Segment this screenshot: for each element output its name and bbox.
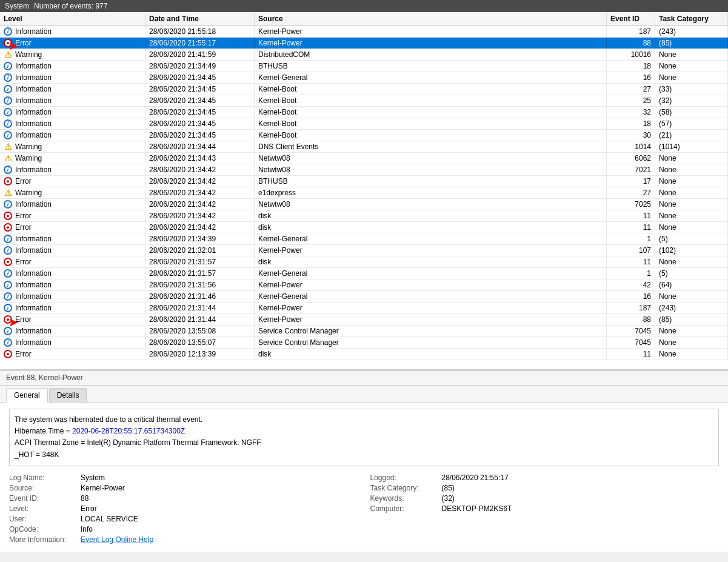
label-source: Source: xyxy=(9,484,76,492)
desc-line1: The system was hibernated due to a criti… xyxy=(15,414,713,426)
event-datetime-cell: 28/06/2020 21:55:18 xyxy=(145,26,255,37)
event-level-cell: iInformation xyxy=(0,130,145,141)
event-source-cell: Kernel-Boot xyxy=(255,107,607,118)
table-row[interactable]: iInformation28/06/2020 21:34:45Kernel-Bo… xyxy=(0,107,728,118)
table-row[interactable]: iInformation28/06/2020 21:34:45Kernel-Bo… xyxy=(0,118,728,130)
event-source-cell: e1dexpress xyxy=(255,187,607,198)
value-user: LOCAL SERVICE xyxy=(81,515,138,523)
event-count: Number of events: 977 xyxy=(34,2,107,10)
level-text: Information xyxy=(15,338,52,347)
table-row[interactable]: iInformation28/06/2020 21:31:56Kernel-Po… xyxy=(0,279,728,291)
label-opcode: OpCode: xyxy=(9,525,76,534)
value-opcode: Info xyxy=(81,525,93,534)
event-level-cell: iInformation xyxy=(0,303,145,313)
event-level-cell: iInformation xyxy=(0,164,145,175)
table-row[interactable]: iInformation28/06/2020 21:34:49BTHUSB18N… xyxy=(0,61,728,72)
table-row[interactable]: iInformation28/06/2020 21:34:39Kernel-Ge… xyxy=(0,233,728,245)
event-datetime-cell: 28/06/2020 21:34:45 xyxy=(145,84,255,95)
table-row[interactable]: iInformation28/06/2020 21:31:44Kernel-Po… xyxy=(0,303,728,314)
table-row[interactable]: ⚠Warning28/06/2020 21:34:44DNS Client Ev… xyxy=(0,141,728,153)
event-level-cell: iInformation xyxy=(0,279,145,290)
event-id-cell: 17 xyxy=(607,176,655,187)
level-text: Information xyxy=(15,269,52,278)
table-row[interactable]: iInformation28/06/2020 21:34:42Netwtw087… xyxy=(0,199,728,210)
event-taskcategory-cell: None xyxy=(655,222,728,233)
event-source-cell: Kernel-Power xyxy=(255,314,607,325)
table-row[interactable]: ●Error28/06/2020 21:31:44Kernel-Power88(… xyxy=(0,314,728,326)
table-row[interactable]: ●Error28/06/2020 21:34:42disk11None xyxy=(0,210,728,222)
event-id-cell: 10016 xyxy=(607,49,655,60)
event-level-cell: iInformation xyxy=(0,199,145,210)
event-list-container[interactable]: Level Date and Time Source Event ID Task… xyxy=(0,12,728,370)
table-row[interactable]: ●Error28/06/2020 21:55:17Kernel-Power88(… xyxy=(0,38,728,49)
event-taskcategory-cell: None xyxy=(655,153,728,164)
event-id-cell: 1 xyxy=(607,233,655,244)
level-text: Error xyxy=(15,258,32,266)
table-row[interactable]: iInformation28/06/2020 21:55:18Kernel-Po… xyxy=(0,26,728,38)
table-row[interactable]: iInformation28/06/2020 21:31:57Kernel-Ge… xyxy=(0,268,728,279)
event-level-cell: ●Error xyxy=(0,349,145,360)
event-source-cell: Kernel-Boot xyxy=(255,130,607,141)
event-level-cell: iInformation xyxy=(0,233,145,244)
event-level-cell: ●Error xyxy=(0,38,145,49)
table-row[interactable]: ⚠Warning28/06/2020 21:34:43Netwtw086062N… xyxy=(0,153,728,164)
table-row[interactable]: iInformation28/06/2020 13:55:07Service C… xyxy=(0,337,728,349)
level-text: Warning xyxy=(15,142,42,151)
error-icon: ● xyxy=(4,212,12,220)
event-level-cell: iInformation xyxy=(0,268,145,279)
event-datetime-cell: 28/06/2020 21:34:45 xyxy=(145,107,255,118)
error-icon: ● xyxy=(4,177,12,186)
table-row[interactable]: iInformation28/06/2020 21:34:45Kernel-Bo… xyxy=(0,130,728,141)
event-id-cell: 6062 xyxy=(607,153,655,164)
event-id-cell: 7021 xyxy=(607,164,655,175)
event-source-cell: Service Control Manager xyxy=(255,326,607,336)
value-moreinfo[interactable]: Event Log Online Help xyxy=(81,535,153,544)
table-row[interactable]: iInformation28/06/2020 21:34:45Kernel-Bo… xyxy=(0,95,728,107)
table-row[interactable]: ●Error28/06/2020 12:13:39disk11None xyxy=(0,349,728,360)
table-row[interactable]: ●Error28/06/2020 21:34:42BTHUSB17None xyxy=(0,176,728,187)
event-source-cell: Kernel-Power xyxy=(255,279,607,290)
col-level: Level xyxy=(0,12,145,25)
info-icon: i xyxy=(4,246,12,255)
tab-details[interactable]: Details xyxy=(49,388,87,402)
table-row[interactable]: iInformation28/06/2020 21:34:42Netwtw087… xyxy=(0,164,728,176)
table-row[interactable]: ⚠Warning28/06/2020 21:34:42e1dexpress27N… xyxy=(0,187,728,199)
table-row[interactable]: ●Error28/06/2020 21:31:57disk11None xyxy=(0,256,728,268)
event-source-cell: Kernel-General xyxy=(255,291,607,302)
table-row[interactable]: iInformation28/06/2020 21:34:45Kernel-Bo… xyxy=(0,84,728,95)
table-row[interactable]: iInformation28/06/2020 21:34:45Kernel-Ge… xyxy=(0,72,728,84)
tab-general[interactable]: General xyxy=(6,388,48,403)
event-taskcategory-cell: (57) xyxy=(655,118,728,129)
level-text: Information xyxy=(15,327,52,335)
info-icon: i xyxy=(4,338,12,347)
value-logged: 28/06/2020 21:55:17 xyxy=(442,473,509,482)
level-text: Error xyxy=(15,177,32,186)
event-id-cell: 88 xyxy=(607,38,655,49)
table-row[interactable]: ⚠Warning28/06/2020 21:41:59DistributedCO… xyxy=(0,49,728,61)
level-text: Information xyxy=(15,85,52,93)
table-row[interactable]: iInformation28/06/2020 13:55:08Service C… xyxy=(0,326,728,337)
event-datetime-cell: 28/06/2020 21:34:42 xyxy=(145,210,255,221)
event-source-cell: Netwtw08 xyxy=(255,199,607,210)
event-taskcategory-cell: None xyxy=(655,176,728,187)
event-datetime-cell: 28/06/2020 21:31:56 xyxy=(145,279,255,290)
event-id-cell: 11 xyxy=(607,210,655,221)
level-text: Information xyxy=(15,119,52,128)
log-name: System xyxy=(5,2,29,10)
event-datetime-cell: 28/06/2020 21:34:45 xyxy=(145,118,255,129)
label-eventid: Event ID: xyxy=(9,494,76,503)
table-row[interactable]: iInformation28/06/2020 21:31:46Kernel-Ge… xyxy=(0,291,728,303)
event-level-cell: iInformation xyxy=(0,61,145,72)
table-row[interactable]: ●Error28/06/2020 21:34:42disk11None xyxy=(0,222,728,233)
event-id-cell: 187 xyxy=(607,303,655,313)
event-taskcategory-cell: None xyxy=(655,49,728,60)
table-row[interactable]: iInformation28/06/2020 21:32:01Kernel-Po… xyxy=(0,245,728,256)
level-text: Warning xyxy=(15,154,42,162)
event-source-cell: Netwtw08 xyxy=(255,164,607,175)
event-taskcategory-cell: (102) xyxy=(655,245,728,256)
event-datetime-cell: 28/06/2020 21:34:45 xyxy=(145,95,255,106)
info-icon: i xyxy=(4,235,12,243)
event-id-cell: 11 xyxy=(607,349,655,360)
info-icon: i xyxy=(4,62,12,70)
level-text: Information xyxy=(15,73,52,82)
